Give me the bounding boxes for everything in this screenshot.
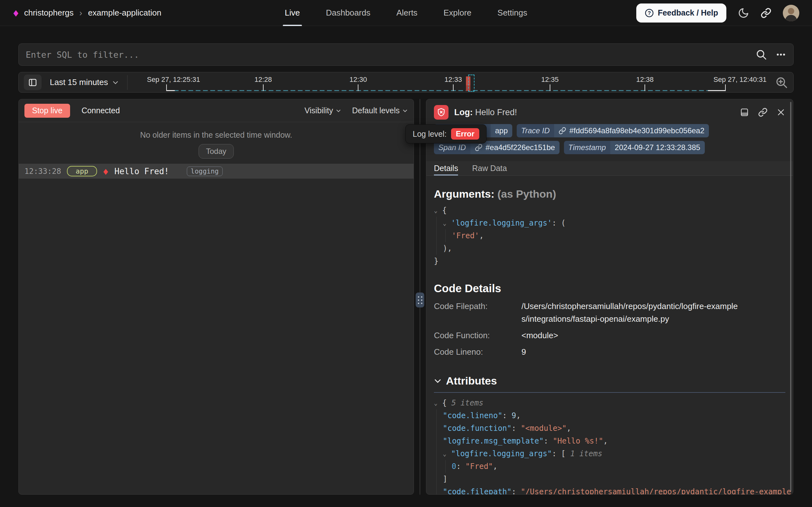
code-details-table: Code Filepath: /Users/christophersamiull…: [434, 300, 785, 358]
log-row-selected[interactable]: 12:33:28 app ◆ Hello Fred! logging: [19, 164, 414, 179]
connection-status: Connected: [81, 106, 120, 115]
nav-tab-settings[interactable]: Settings: [497, 0, 527, 26]
stop-live-button[interactable]: Stop live: [24, 104, 70, 118]
arguments-subtitle: (as Python): [497, 188, 556, 200]
panel-left-icon: [28, 78, 38, 87]
live-panel-header: Stop live Connected Visibility Default l…: [19, 99, 414, 122]
dock-panel-button[interactable]: [740, 108, 749, 117]
default-levels-dropdown[interactable]: Default levels: [352, 106, 408, 115]
error-shield-icon: [434, 105, 448, 120]
detail-scrollbar[interactable]: [790, 102, 791, 492]
trace-id-badge[interactable]: Trace ID #fdd5694a8fa98eb4e301d99ebc056e…: [517, 124, 709, 137]
nav-actions: ? Feedback / Help: [636, 3, 799, 22]
trace-id-value: #fdd5694a8fa98eb4e301d99ebc056ea2: [569, 126, 704, 135]
code-details-heading: Code Details: [434, 282, 785, 295]
main-content: Last 15 minutes Sep 27, 12:25:3112:2812:…: [0, 44, 812, 495]
tooltip-label: Log level:: [413, 129, 447, 138]
link-icon: [761, 8, 771, 18]
timestamp-value: 2024-09-27 12:33:28.385: [610, 141, 705, 154]
detail-header-actions: [740, 108, 785, 117]
marker-selection-outline: [468, 74, 475, 92]
top-nav: ◆ christophergs › example-application Li…: [0, 0, 812, 26]
log-level-tooltip: Log level: Error: [405, 124, 487, 144]
error-level-diamond-icon: ◆: [104, 167, 108, 176]
panel-bottom-icon: [740, 108, 749, 117]
time-range-label: Last 15 minutes: [50, 77, 108, 87]
span-id-value: #ea4d5f226ec151be: [486, 143, 555, 152]
attributes-divider: [434, 392, 785, 393]
code-filepath-value: /Users/christophersamiullah/repos/pydant…: [521, 300, 744, 325]
sql-bar-icons: [755, 49, 786, 61]
service-tag[interactable]: app: [67, 166, 98, 176]
copy-link-button[interactable]: [761, 8, 771, 18]
nav-tab-live[interactable]: Live: [285, 0, 300, 26]
default-levels-label: Default levels: [352, 106, 400, 115]
theme-toggle-button[interactable]: [738, 7, 749, 19]
timeline-start-cap: [167, 90, 175, 91]
copy-log-link-button[interactable]: [758, 108, 767, 117]
chevron-down-icon: [402, 108, 408, 114]
code-function-label: Code Function:: [434, 329, 521, 342]
more-options-icon[interactable]: [775, 49, 786, 60]
primary-nav: Live Dashboards Alerts Explore Settings: [285, 0, 527, 26]
chevron-down-icon: [335, 108, 341, 114]
attributes-title: Attributes: [446, 375, 497, 387]
log-timestamp: 12:33:28: [24, 167, 61, 176]
sql-filter-bar: [18, 44, 794, 66]
tab-details[interactable]: Details: [434, 161, 458, 175]
scope-tag[interactable]: logging: [187, 167, 223, 176]
timeline-dashed-track: [167, 90, 726, 91]
avatar-photo: [783, 5, 799, 21]
question-circle-icon: ?: [644, 8, 654, 18]
code-filepath-label: Code Filepath:: [434, 300, 521, 325]
detail-body: Arguments: (as Python) ⌄{⌄'logfire.loggi…: [426, 176, 793, 494]
timeline-zoom-button[interactable]: [775, 76, 788, 89]
chevron-down-icon: [434, 377, 442, 385]
search-icon[interactable]: [755, 49, 767, 61]
attributes-code-block[interactable]: ⌄{ 5 items"code.lineno": 9,"code.functio…: [434, 397, 785, 494]
timestamp-badge[interactable]: Timestamp 2024-09-27 12:33:28.385: [564, 141, 705, 154]
feedback-help-button[interactable]: ? Feedback / Help: [636, 3, 726, 22]
arguments-heading: Arguments: (as Python): [434, 188, 785, 200]
time-range-dropdown[interactable]: Last 15 minutes: [50, 77, 119, 87]
nav-tab-dashboards[interactable]: Dashboards: [326, 0, 370, 26]
trace-id-label: Trace ID: [517, 124, 554, 137]
visibility-label: Visibility: [305, 106, 333, 115]
breadcrumb-org[interactable]: christophergs: [24, 8, 74, 18]
sql-filter-input[interactable]: [26, 50, 755, 60]
live-logs-panel: Stop live Connected Visibility Default l…: [18, 99, 414, 495]
timeline[interactable]: Sep 27, 12:25:3112:2812:3012:3312:3512:3…: [167, 72, 726, 92]
service-name-value: app: [491, 124, 512, 137]
nav-tab-explore[interactable]: Explore: [443, 0, 471, 26]
breadcrumb-separator-icon: ›: [79, 8, 82, 18]
arguments-code-block[interactable]: ⌄{⌄'logfire.logging_args': ('Fred',),}: [434, 204, 785, 268]
tab-raw-data[interactable]: Raw Data: [472, 161, 507, 175]
timestamp-label: Timestamp: [564, 141, 610, 154]
splitter-drag-handle[interactable]: [416, 292, 424, 307]
breadcrumb-project[interactable]: example-application: [88, 8, 161, 18]
detail-title-message: Hello Fred!: [475, 108, 517, 117]
zoom-in-icon: [775, 76, 788, 89]
panel-splitter: [414, 99, 426, 495]
attributes-heading[interactable]: Attributes: [434, 375, 785, 387]
sidebar-toggle-button[interactable]: [24, 74, 42, 90]
today-button[interactable]: Today: [198, 144, 234, 159]
time-range-bar: Last 15 minutes Sep 27, 12:25:3112:2812:…: [18, 72, 794, 93]
detail-header: Log: Hello Fred!: [426, 99, 793, 123]
log-message: Hello Fred!: [115, 167, 169, 176]
breadcrumb: ◆ christophergs › example-application: [13, 8, 162, 18]
visibility-dropdown[interactable]: Visibility: [305, 106, 341, 115]
close-detail-button[interactable]: [776, 108, 785, 117]
link-icon: [475, 144, 483, 151]
empty-window-message: No older items in the selected time wind…: [19, 130, 414, 139]
user-avatar[interactable]: [783, 5, 799, 21]
logfire-logo-icon[interactable]: ◆: [13, 8, 18, 18]
error-level-badge: Error: [451, 128, 479, 139]
feedback-help-label: Feedback / Help: [658, 8, 718, 17]
code-lineno-label: Code Lineno:: [434, 345, 521, 358]
moon-icon: [738, 7, 749, 19]
code-lineno-value: 9: [521, 345, 744, 358]
close-icon: [776, 108, 785, 117]
detail-title: Log: Hello Fred!: [454, 108, 517, 117]
nav-tab-alerts[interactable]: Alerts: [396, 0, 418, 26]
